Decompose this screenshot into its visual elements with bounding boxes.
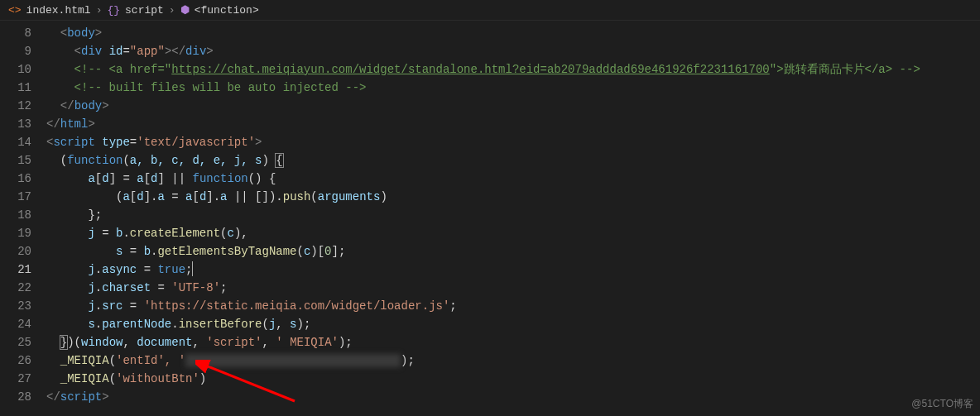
line-number: 14: [0, 133, 31, 151]
code-line: })(window, document, 'script', ' MEIQIA'…: [46, 333, 980, 351]
line-number: 18: [0, 206, 31, 224]
line-number: 22: [0, 279, 31, 297]
line-number: 26: [0, 351, 31, 370]
breadcrumb-file[interactable]: index.html: [26, 4, 91, 17]
redacted-value: [185, 354, 401, 367]
line-number: 9: [0, 42, 31, 60]
code-line: j.async = true;: [46, 261, 980, 279]
line-number: 23: [0, 297, 31, 315]
code-editor[interactable]: 8 9 10 11 12 13 14 15 16 17 18 19 20 21 …: [0, 21, 980, 414]
code-line: a[d] = a[d] || function() {: [46, 170, 980, 188]
code-line: _MEIQIA('withoutBtn'): [46, 370, 980, 388]
code-line: };: [46, 206, 980, 224]
code-line: <body>: [46, 24, 980, 42]
brace-icon: {}: [107, 4, 120, 17]
code-line: j.src = 'https://static.meiqia.com/widge…: [46, 297, 980, 315]
code-line: j = b.createElement(c),: [46, 224, 980, 242]
breadcrumb-node-function[interactable]: <function>: [195, 4, 259, 17]
code-line: (function(a, b, c, d, e, j, s) {: [46, 151, 980, 170]
code-line: s.parentNode.insertBefore(j, s);: [46, 315, 980, 333]
watermark: @51CTO博客: [911, 397, 973, 411]
line-number: 24: [0, 315, 31, 333]
line-number: 28: [0, 388, 31, 406]
code-line: </html>: [46, 115, 980, 133]
code-line: <script type='text/javascript'>: [46, 133, 980, 151]
chevron-right-icon: ›: [96, 4, 103, 17]
code-line: (a[d].a = a[d].a || []).push(arguments): [46, 188, 980, 206]
code-line: <!-- <a href="https://chat.meiqiayun.com…: [46, 60, 980, 79]
line-number: 11: [0, 79, 31, 97]
code-line: <!-- built files will be auto injected -…: [46, 79, 980, 97]
code-line: _MEIQIA('entId', ');: [46, 351, 980, 370]
breadcrumb[interactable]: <> index.html › {} script › ⬢ <function>: [0, 0, 980, 21]
chevron-right-icon: ›: [169, 4, 175, 17]
line-number: 21: [0, 261, 31, 279]
line-number: 13: [0, 115, 31, 133]
line-number: 19: [0, 224, 31, 242]
code-content[interactable]: <body> <div id="app"></div> <!-- <a href…: [46, 21, 980, 414]
code-line: </body>: [46, 97, 980, 115]
line-number-gutter: 8 9 10 11 12 13 14 15 16 17 18 19 20 21 …: [0, 21, 46, 414]
line-number: 12: [0, 97, 31, 115]
line-number: 15: [0, 151, 31, 170]
code-line: j.charset = 'UTF-8';: [46, 279, 980, 297]
line-number: 17: [0, 188, 31, 206]
code-line: s = b.getElementsByTagName(c)[0];: [46, 242, 980, 261]
text-cursor: [192, 261, 193, 276]
breadcrumb-node-script[interactable]: script: [125, 4, 164, 17]
line-number: 8: [0, 24, 31, 42]
file-icon: <>: [8, 4, 22, 17]
line-number: 25: [0, 333, 31, 351]
code-line: </script>: [46, 388, 980, 406]
line-number: 27: [0, 370, 31, 388]
line-number: 10: [0, 60, 31, 79]
line-number: 20: [0, 242, 31, 261]
code-line: <div id="app"></div>: [46, 42, 980, 60]
cube-icon: ⬢: [180, 3, 190, 17]
line-number: 16: [0, 170, 31, 188]
